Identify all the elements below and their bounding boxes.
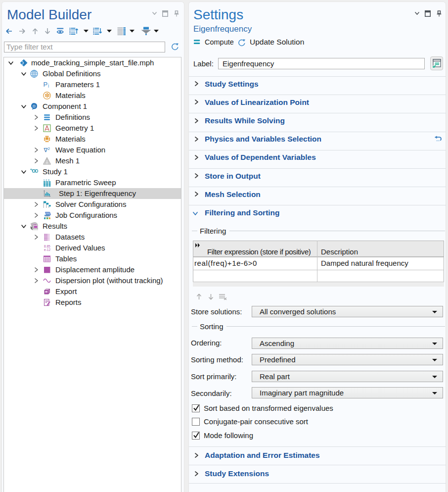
svg-text:∇: ∇ [44, 147, 48, 153]
svg-text:1 2 3: 1 2 3 [44, 179, 49, 182]
svg-text:i: i [48, 83, 49, 89]
svg-text:8.85: 8.85 [44, 245, 50, 248]
svg-text:2: 2 [48, 147, 50, 151]
svg-text:Ω: Ω [33, 104, 36, 108]
svg-text:e-12: e-12 [44, 248, 50, 251]
svg-text:P: P [44, 81, 48, 88]
